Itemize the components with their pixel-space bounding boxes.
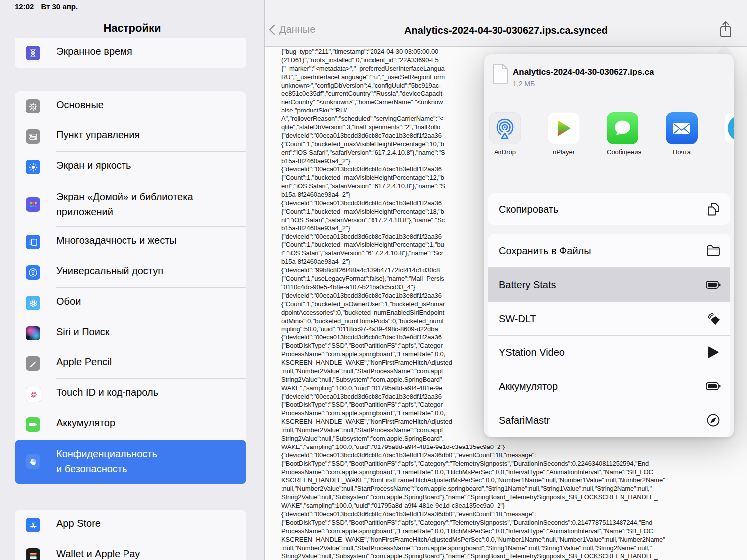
- sidebar-item-multitasking[interactable]: Многозадачность и жесты: [15, 227, 246, 257]
- sidebar-item-display-brightness[interactable]: Экран и яркость: [15, 152, 246, 182]
- sidebar-item-label: Apple Pencil: [56, 356, 112, 368]
- share-action-safarimastr[interactable]: SafariMastr: [488, 403, 730, 437]
- log-line: :null,"Number2Value":null,"StartProcessN…: [281, 485, 746, 493]
- sidebar-item-label: Обои: [56, 296, 81, 307]
- share-action-save-to-files[interactable]: Сохранить в Файлы: [488, 234, 730, 268]
- airdrop-icon: [489, 112, 521, 144]
- share-app-messages[interactable]: Сообщения: [607, 112, 638, 156]
- multitasking-icon: [26, 235, 40, 249]
- nplayer-icon: [548, 112, 580, 144]
- file-title: Analytics-2024-04-30-030627.ips.ca.synce…: [325, 25, 687, 36]
- share-app-label: nPlayer: [548, 148, 580, 156]
- messages-icon: [607, 112, 638, 144]
- share-action-battery[interactable]: Аккумулятор: [488, 369, 730, 403]
- chevron-left-icon: [269, 24, 275, 35]
- sidebar-item-label: Пункт управления: [56, 129, 140, 141]
- share-app-telegram[interactable]: Te: [725, 112, 734, 156]
- sidebar-item-battery[interactable]: Аккумулятор: [15, 409, 246, 440]
- sidebar-item-label: Экранное время: [56, 46, 132, 57]
- control-center-icon: [26, 129, 40, 144]
- sun-icon: [26, 160, 40, 174]
- sidebar-item-accessibility[interactable]: Универсальный доступ: [15, 257, 246, 288]
- home-screen-icon: [26, 197, 40, 212]
- share-icon: [718, 21, 733, 39]
- log-line: WAKE","sampling":100.0,"uuid":"01795a8d-…: [281, 502, 746, 510]
- share-button[interactable]: [718, 21, 735, 39]
- share-sheet: Analytics-2024-04-30-030627.ips.ca 1,2 М…: [484, 54, 734, 437]
- back-button[interactable]: Данные: [269, 24, 315, 35]
- mail-icon: [666, 112, 698, 144]
- sidebar-item-touch-id[interactable]: Touch ID и код-пароль: [15, 379, 246, 409]
- share-action-copy[interactable]: Скопировать: [488, 193, 730, 225]
- play-icon: [706, 345, 721, 360]
- share-file-name: Analytics-2024-04-30-030627.ips.ca: [513, 67, 654, 77]
- app-store-icon: [26, 518, 40, 532]
- popover-arrow: [718, 48, 732, 55]
- accessibility-icon: [26, 265, 40, 280]
- layers-icon: [706, 311, 721, 326]
- sidebar-item-label: Wallet и Apple Pay: [56, 548, 140, 560]
- share-app-airdrop[interactable]: AirDrop: [489, 112, 521, 156]
- share-action-label: Battery Stats: [499, 279, 556, 291]
- back-label: Данные: [279, 24, 315, 35]
- folder-icon: [706, 243, 721, 258]
- sidebar-item-label: Touch ID и код-пароль: [56, 387, 158, 398]
- flower-icon: [26, 296, 40, 310]
- share-action-label: SW-DLT: [499, 313, 536, 325]
- sidebar-item-app-store[interactable]: App Store: [15, 510, 246, 540]
- share-action-ystation-video[interactable]: YStation Video: [488, 336, 730, 369]
- sidebar-item-siri-search[interactable]: Siri и Поиск: [15, 318, 246, 348]
- log-line: ProcessName":"com.apple.springboard","Fr…: [281, 468, 746, 477]
- share-action-sw-dlt[interactable]: SW-DLT: [488, 302, 730, 336]
- sidebar-item-general[interactable]: Основные: [15, 91, 246, 121]
- compass-icon: [706, 413, 721, 428]
- sidebar-group-top: Экранное время: [15, 38, 246, 68]
- sidebar-item-wallpaper[interactable]: Обои: [15, 288, 246, 318]
- share-app-label: Сообщения: [607, 148, 638, 156]
- log-line: String2Value":null,"Subsystem":"com.appl…: [281, 493, 746, 502]
- log-line: KSCREEN_HANDLE_WAKE","NonFirstFrameHitch…: [281, 476, 746, 485]
- screen-time-icon: [26, 46, 40, 60]
- share-app-label: Почта: [666, 148, 698, 156]
- sidebar-item-label: Конфиденциальностьи безопасность: [56, 447, 157, 476]
- share-action-label: SafariMastr: [499, 415, 550, 426]
- sidebar-item-label: Универсальный доступ: [56, 265, 163, 277]
- sidebar-item-label: Многозадачность и жесты: [56, 235, 177, 246]
- sidebar-item-home-screen[interactable]: Экран «Домой» и библиотекаприложений: [15, 182, 246, 227]
- file-viewer-header: Данные Analytics-2024-04-30-030627.ips.c…: [265, 0, 747, 47]
- share-primary-actions: Скопировать: [488, 193, 730, 225]
- settings-app-screen: 12:02Вт 30 апр. 19 % Настройки Экранное …: [0, 0, 747, 560]
- sidebar: Настройки Экранное время Основные: [0, 0, 264, 560]
- share-file-header: Analytics-2024-04-30-030627.ips.ca 1,2 М…: [484, 54, 734, 102]
- share-action-label: Аккумулятор: [499, 381, 558, 392]
- battery-filled-icon: [706, 277, 721, 292]
- share-actions-group: Сохранить в Файлы Battery Stats SW-DLT: [488, 234, 730, 437]
- siri-icon: [26, 326, 40, 340]
- sidebar-item-screen-time[interactable]: Экранное время: [15, 38, 246, 68]
- log-line: KSCREEN_HANDLE_WAKE","NonFirstFrameHitch…: [281, 536, 746, 544]
- gear-icon: [26, 99, 40, 113]
- sidebar-item-privacy-security[interactable]: Конфиденциальностьи безопасность: [15, 440, 246, 484]
- share-app-mail[interactable]: Почта: [666, 112, 698, 156]
- share-action-battery-stats[interactable]: Battery Stats: [488, 268, 730, 302]
- sidebar-item-apple-pencil[interactable]: Apple Pencil: [15, 348, 246, 379]
- sidebar-item-wallet[interactable]: Wallet и Apple Pay: [15, 540, 246, 560]
- sidebar-item-control-center[interactable]: Пункт управления: [15, 121, 246, 152]
- separator: [484, 102, 734, 102]
- log-line: {"deviceId":"00eca013bcdd3d6cb8c7dac1b3e…: [281, 451, 746, 460]
- log-line: {"BootDiskType":"SSD","BootPartitionFS":…: [281, 460, 746, 468]
- share-app-nplayer[interactable]: nPlayer: [548, 112, 580, 156]
- sidebar-item-label: Экран и яркость: [56, 160, 131, 171]
- hand-icon: [26, 454, 40, 469]
- share-file-size: 1,2 МБ: [513, 80, 535, 88]
- sidebar-item-label: Аккумулятор: [56, 417, 115, 429]
- log-line: ProcessName":"com.apple.springboard","Fr…: [281, 527, 746, 536]
- log-line: {"BootDiskType":"SSD","BootPartitionFS":…: [281, 519, 746, 527]
- document-icon: [492, 63, 509, 86]
- sidebar-group-main: Основные Пункт управления Экран и яркост…: [15, 91, 246, 484]
- log-line: String2Value":null,"Subsystem":"com.appl…: [281, 552, 746, 560]
- sidebar-title: Настройки: [0, 22, 264, 35]
- wallet-icon: [26, 548, 40, 560]
- pencil-icon: [26, 356, 40, 371]
- share-action-label: YStation Video: [499, 347, 565, 358]
